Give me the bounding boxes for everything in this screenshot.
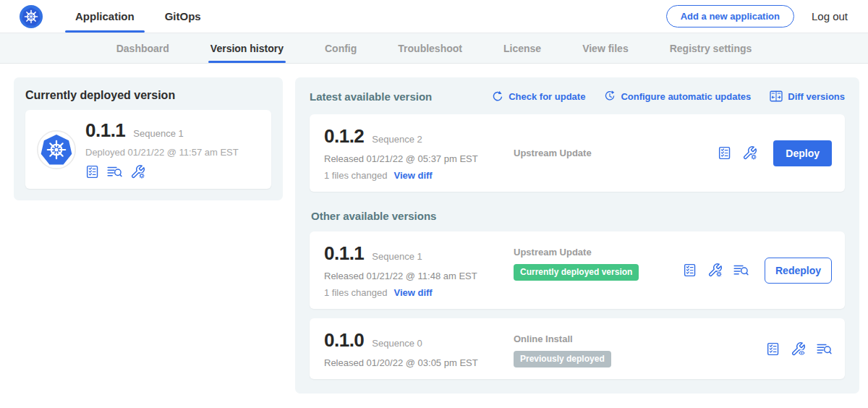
subtab-dashboard[interactable]: Dashboard [116, 33, 169, 63]
kubernetes-logo [19, 4, 43, 29]
version-card-0-1-2: 0.1.2 Sequence 2 Released 01/21/22 @ 05:… [310, 114, 845, 192]
check-for-update-link[interactable]: Check for update [492, 90, 585, 102]
files-changed-label: 1 files changed [324, 287, 387, 298]
latest-available-title: Latest available version [310, 90, 492, 103]
top-nav: Application GitOps Add a new application… [0, 0, 868, 33]
version-number: 0.1.1 [324, 242, 364, 265]
preflight-checks-icon[interactable] [85, 165, 99, 179]
logout-button[interactable]: Log out [812, 10, 848, 22]
diff-versions-label: Diff versions [788, 91, 845, 102]
tab-application-label: Application [75, 10, 135, 22]
currently-deployed-panel: Currently deployed version [14, 77, 283, 200]
files-changed-label: 1 files changed [324, 170, 387, 181]
edit-config-icon[interactable] [130, 164, 145, 179]
sequence-label: Sequence 2 [372, 134, 422, 145]
version-number: 0.1.0 [324, 329, 364, 352]
diff-versions-link[interactable]: Diff versions [770, 90, 845, 102]
add-application-button[interactable]: Add a new application [666, 5, 794, 27]
edit-config-icon[interactable] [707, 263, 723, 278]
version-card-0-1-1: 0.1.1 Sequence 1 Released 01/21/22 @ 11:… [310, 231, 845, 309]
subtab-registry-settings[interactable]: Registry settings [670, 33, 752, 63]
redeploy-button[interactable]: Redeploy [765, 258, 832, 284]
release-notes-icon[interactable] [817, 342, 832, 356]
preflight-checks-icon[interactable] [683, 263, 697, 277]
deployed-version-card: 0.1.1 Sequence 1 Deployed 01/21/22 @ 11:… [25, 110, 271, 189]
schedule-icon [604, 90, 616, 102]
deploy-button[interactable]: Deploy [773, 140, 832, 166]
refresh-icon [492, 90, 503, 102]
released-timestamp: Released 01/21/22 @ 05:37 pm EST [324, 153, 505, 164]
deployed-version-number: 0.1.1 [85, 119, 125, 142]
version-card-0-1-0: 0.1.0 Sequence 0 Released 01/20/22 @ 03:… [310, 318, 845, 379]
check-for-update-label: Check for update [509, 91, 585, 102]
release-notes-icon[interactable] [733, 263, 749, 277]
subtab-troubleshoot[interactable]: Troubleshoot [398, 33, 462, 63]
subtab-license[interactable]: License [503, 33, 541, 63]
tab-application[interactable]: Application [65, 0, 145, 33]
available-versions-panel: Latest available version Check for updat… [295, 77, 859, 394]
diff-icon [770, 90, 783, 102]
version-history-page: Currently deployed version [0, 64, 868, 394]
tab-gitops[interactable]: GitOps [155, 0, 211, 33]
subtab-view-files[interactable]: View files [582, 33, 629, 63]
version-source-label: Upstream Update [514, 247, 683, 258]
previously-deployed-badge: Previously deployed [514, 351, 611, 367]
deployed-sequence-label: Sequence 1 [133, 128, 183, 139]
configure-automatic-updates-link[interactable]: Configure automatic updates [604, 90, 751, 102]
deployed-version-info: 0.1.1 Sequence 1 Deployed 01/21/22 @ 11:… [85, 119, 239, 179]
released-timestamp: Released 01/20/22 @ 03:05 pm EST [324, 357, 505, 368]
currently-deployed-title: Currently deployed version [25, 89, 271, 102]
app-icon [37, 130, 76, 169]
view-diff-link[interactable]: View diff [393, 170, 432, 181]
app-sub-nav: Dashboard Version history Config Trouble… [0, 33, 868, 64]
preflight-checks-icon[interactable] [766, 342, 780, 356]
version-source-label: Upstream Update [514, 148, 718, 158]
released-timestamp: Released 01/21/22 @ 11:48 am EST [324, 271, 505, 281]
version-number: 0.1.2 [324, 125, 364, 148]
subtab-config[interactable]: Config [325, 33, 357, 63]
edit-config-icon[interactable] [742, 145, 757, 161]
subtab-version-history[interactable]: Version history [210, 33, 284, 63]
tab-gitops-label: GitOps [165, 10, 201, 22]
view-diff-link[interactable]: View diff [393, 287, 432, 298]
other-versions-title: Other available versions [311, 210, 845, 222]
sequence-label: Sequence 1 [372, 251, 422, 262]
currently-deployed-badge: Currently deployed version [514, 264, 639, 281]
top-tab-bar: Application GitOps [65, 0, 221, 33]
version-source-label: Online Install [514, 333, 766, 344]
deployed-timestamp: Deployed 01/21/22 @ 11:57 am EST [85, 147, 239, 158]
view-config-icon[interactable] [791, 341, 806, 357]
release-notes-icon[interactable] [107, 165, 122, 179]
sequence-label: Sequence 0 [372, 338, 422, 349]
preflight-checks-icon[interactable] [718, 146, 731, 160]
configure-automatic-updates-label: Configure automatic updates [621, 91, 751, 102]
